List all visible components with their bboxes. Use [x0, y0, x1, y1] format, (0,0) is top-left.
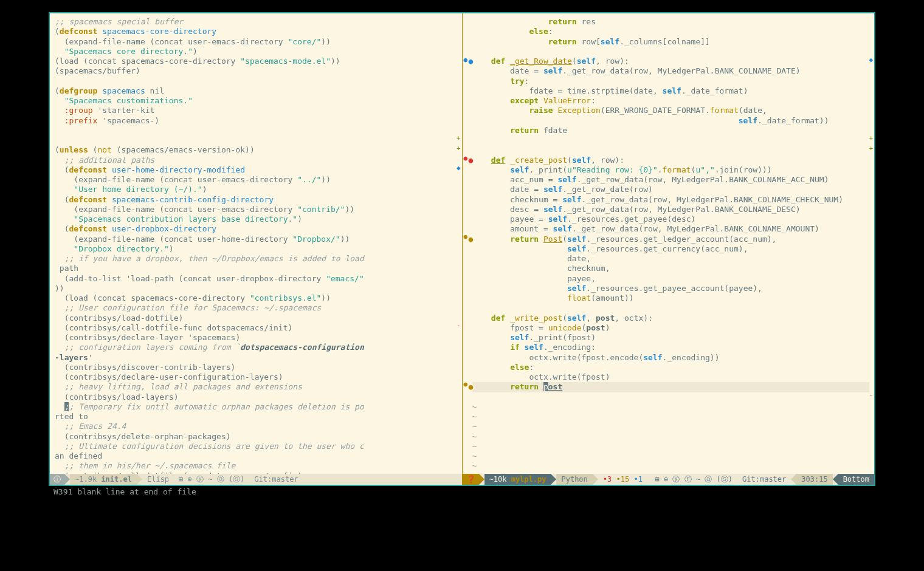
- code-line[interactable]: ~: [472, 471, 870, 474]
- code-line[interactable]: -layers': [55, 353, 457, 363]
- code-line[interactable]: (contribsys/call-dotfile-func dotspacema…: [55, 323, 457, 333]
- code-line[interactable]: (contribsys/discover-contrib-layers): [55, 363, 457, 372]
- code-line[interactable]: (contribsys/load-layers): [55, 392, 457, 402]
- code-line[interactable]: date = self._get_row_date(row): [472, 185, 870, 194]
- left-major-mode: Elisp: [142, 474, 174, 485]
- code-line[interactable]: ;; them in his/her ~/.spacemacs file: [55, 461, 457, 471]
- code-line[interactable]: self._resources.get_payee_account(payee)…: [472, 284, 870, 293]
- code-line[interactable]: [55, 77, 457, 86]
- code-line[interactable]: if self._encoding:: [472, 343, 870, 352]
- code-line[interactable]: float(amount)): [472, 293, 870, 303]
- code-line[interactable]: (defconst user-dropbox-directory: [55, 224, 457, 234]
- code-line[interactable]: ;; heavy lifting, load all packages and …: [55, 382, 457, 392]
- code-line[interactable]: amount = self._get_row_data(row, MyLedge…: [472, 224, 870, 234]
- code-line[interactable]: ;; Emacs 24.4: [55, 422, 457, 431]
- fringe-dot-blue-icon: ●: [464, 56, 468, 63]
- code-line[interactable]: def _write_post(self, post, octx):: [472, 313, 870, 323]
- code-line[interactable]: :group 'starter-kit: [55, 106, 457, 115]
- code-line[interactable]: [55, 135, 457, 145]
- code-line[interactable]: "Spacemacs core directory."): [55, 47, 457, 56]
- code-line[interactable]: [472, 135, 870, 145]
- code-line[interactable]: self._print(u"Reading row: {0}".format(u…: [472, 165, 870, 175]
- code-line[interactable]: ● return Post(self._resources.get_ledger…: [472, 234, 870, 244]
- code-line[interactable]: date = self._get_row_data(row, MyLedgerP…: [472, 66, 870, 76]
- code-line[interactable]: return row[self._columns[colname]]: [472, 37, 870, 47]
- code-line[interactable]: self._print(fpost): [472, 333, 870, 343]
- left-code-area[interactable]: ;; spacemacs special buffer(defconst spa…: [50, 13, 462, 474]
- code-line[interactable]: checknum,: [472, 264, 870, 273]
- code-line[interactable]: try:: [472, 77, 870, 86]
- code-line[interactable]: payee,: [472, 274, 870, 284]
- code-line[interactable]: path: [55, 264, 457, 273]
- code-line[interactable]: ;; spacemacs special buffer: [55, 17, 457, 27]
- code-line[interactable]: [472, 145, 870, 155]
- code-line[interactable]: (spacemacs/buffer): [55, 66, 457, 76]
- right-pane[interactable]: return res else: return row[self._column…: [463, 13, 875, 485]
- code-line[interactable]: ;; if you have a dropbox, then ~/Dropbox…: [55, 254, 457, 264]
- code-line[interactable]: acc_num = self._get_row_data(row, MyLedg…: [472, 175, 870, 185]
- code-line[interactable]: else:: [472, 27, 870, 36]
- code-line[interactable]: payee = self._resources.get_payee(desc): [472, 214, 870, 224]
- code-line[interactable]: :prefix 'spacemacs-): [55, 116, 457, 126]
- code-line[interactable]: ~: [472, 422, 870, 431]
- code-line[interactable]: except ValueError:: [472, 96, 870, 106]
- gutter-diamond-icon: ◆: [869, 56, 873, 63]
- code-line[interactable]: ;; User configuration file for Spacemacs…: [55, 303, 457, 313]
- code-line[interactable]: (contribsys/declare-layer 'spacemacs): [55, 333, 457, 343]
- code-line[interactable]: fdate = time.strptime(date, self._date_f…: [472, 86, 870, 96]
- code-line[interactable]: fpost = unicode(post): [472, 323, 870, 333]
- code-line[interactable]: [472, 392, 870, 402]
- code-line[interactable]: (defgroup spacemacs nil: [55, 86, 457, 96]
- code-line[interactable]: ~: [472, 442, 870, 451]
- code-line[interactable]: ~: [472, 412, 870, 422]
- code-line[interactable]: (expand-file-name (concat user-emacs-dir…: [55, 205, 457, 214]
- code-line[interactable]: (unless (not (spacemacs/emacs-version-ok…: [55, 145, 457, 155]
- code-line[interactable]: "Spacemacs contribution layers base dire…: [55, 214, 457, 224]
- code-line[interactable]: (defconst spacemacs-core-directory: [55, 27, 457, 36]
- code-line[interactable]: self._resources.get_currency(acc_num),: [472, 244, 870, 254]
- code-line[interactable]: [472, 47, 870, 56]
- code-line[interactable]: (add-to-list 'load-path (concat user-dro…: [55, 274, 457, 284]
- code-line[interactable]: ~: [472, 461, 870, 471]
- code-line[interactable]: return fdate: [472, 126, 870, 135]
- code-line[interactable]: (contribsys/declare-user-configuration-l…: [55, 372, 457, 382]
- code-line[interactable]: "Dropbox directory."): [55, 244, 457, 254]
- code-line[interactable]: desc = self._get_row_data(row, MyLedgerP…: [472, 205, 870, 214]
- code-line[interactable]: (defconst user-home-directory-modified: [55, 165, 457, 175]
- code-line[interactable]: octx.write(fpost): [472, 372, 870, 382]
- code-line[interactable]: [55, 126, 457, 135]
- code-line[interactable]: ● def _get_Row_date(self, row):: [472, 56, 870, 66]
- code-line[interactable]: (contribsys/load-dotfile): [55, 313, 457, 323]
- right-code-area[interactable]: return res else: return row[self._column…: [463, 13, 875, 474]
- left-pane[interactable]: ;; spacemacs special buffer(defconst spa…: [50, 13, 463, 485]
- code-line[interactable]: return res: [472, 17, 870, 27]
- code-line[interactable]: ;; Ultimate configuration decisions are …: [55, 442, 457, 451]
- code-line[interactable]: (expand-file-name (concat user-emacs-dir…: [55, 37, 457, 47]
- code-line[interactable]: checknum = self._get_row_data(row, MyLed…: [472, 195, 870, 205]
- code-line[interactable]: "User home directory (~/)."): [55, 185, 457, 194]
- code-line[interactable]: ● def _create_post(self, row):: [472, 156, 870, 165]
- code-line[interactable]: ● return post: [472, 382, 870, 392]
- code-line[interactable]: rted to: [55, 412, 457, 422]
- code-line[interactable]: raise Exception(ERR_WRONG_DATE_FORMAT.fo…: [472, 106, 870, 115]
- code-line[interactable]: date,: [472, 254, 870, 264]
- code-line[interactable]: an defined: [55, 451, 457, 461]
- code-line[interactable]: octx.write(fpost.encode(self._encoding)): [472, 353, 870, 363]
- code-line[interactable]: "Spacemacs customizations.": [55, 96, 457, 106]
- code-line[interactable]: ;; configuration layers coming from `dot…: [55, 343, 457, 352]
- code-line[interactable]: ;; Temporary fix until automatic orphan …: [55, 402, 457, 412]
- code-line[interactable]: else:: [472, 363, 870, 372]
- code-line[interactable]: (load (concat spacemacs-core-directory "…: [55, 293, 457, 303]
- code-line[interactable]: [472, 303, 870, 313]
- code-line[interactable]: (defconst spacemacs-contrib-config-direc…: [55, 195, 457, 205]
- code-line[interactable]: ~: [472, 432, 870, 442]
- code-line[interactable]: self._date_format)): [472, 116, 870, 126]
- code-line[interactable]: (contribsys/delete-orphan-packages): [55, 432, 457, 442]
- code-line[interactable]: (load (concat spacemacs-core-directory "…: [55, 56, 457, 66]
- code-line[interactable]: )): [55, 284, 457, 293]
- code-line[interactable]: ~: [472, 451, 870, 461]
- code-line[interactable]: (expand-file-name (concat user-home-dire…: [55, 234, 457, 244]
- code-line[interactable]: ~: [472, 402, 870, 412]
- code-line[interactable]: ;; additional paths: [55, 156, 457, 165]
- code-line[interactable]: (expand-file-name (concat user-emacs-dir…: [55, 175, 457, 185]
